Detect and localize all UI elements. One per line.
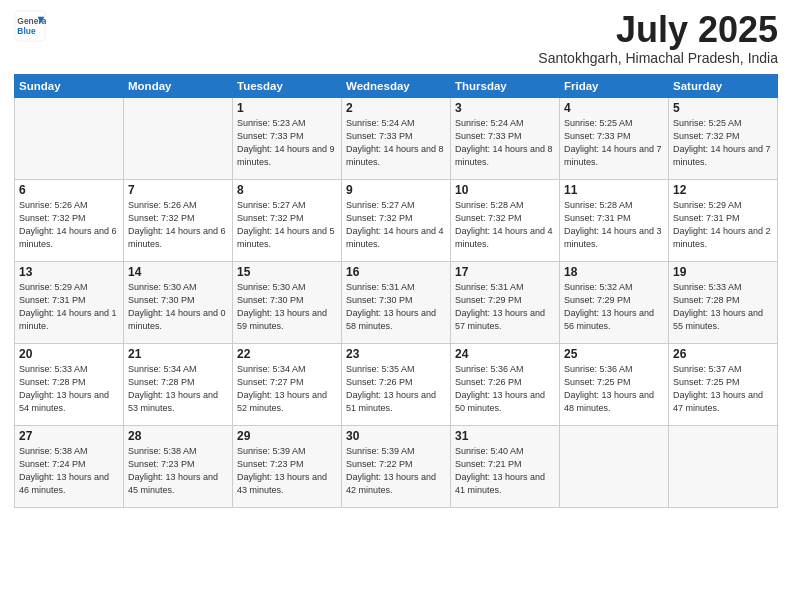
day-number: 10 — [455, 183, 555, 197]
day-info: Sunrise: 5:33 AM Sunset: 7:28 PM Dayligh… — [673, 281, 773, 333]
day-number: 11 — [564, 183, 664, 197]
weekday-header-tuesday: Tuesday — [233, 74, 342, 97]
day-info: Sunrise: 5:27 AM Sunset: 7:32 PM Dayligh… — [237, 199, 337, 251]
calendar-cell: 26Sunrise: 5:37 AM Sunset: 7:25 PM Dayli… — [669, 343, 778, 425]
title-block: July 2025 Santokhgarh, Himachal Pradesh,… — [538, 10, 778, 66]
day-info: Sunrise: 5:27 AM Sunset: 7:32 PM Dayligh… — [346, 199, 446, 251]
day-number: 25 — [564, 347, 664, 361]
day-number: 26 — [673, 347, 773, 361]
day-info: Sunrise: 5:25 AM Sunset: 7:33 PM Dayligh… — [564, 117, 664, 169]
calendar-cell: 6Sunrise: 5:26 AM Sunset: 7:32 PM Daylig… — [15, 179, 124, 261]
day-info: Sunrise: 5:37 AM Sunset: 7:25 PM Dayligh… — [673, 363, 773, 415]
calendar-cell: 24Sunrise: 5:36 AM Sunset: 7:26 PM Dayli… — [451, 343, 560, 425]
week-row-1: 1Sunrise: 5:23 AM Sunset: 7:33 PM Daylig… — [15, 97, 778, 179]
calendar-cell: 2Sunrise: 5:24 AM Sunset: 7:33 PM Daylig… — [342, 97, 451, 179]
calendar-cell: 8Sunrise: 5:27 AM Sunset: 7:32 PM Daylig… — [233, 179, 342, 261]
day-info: Sunrise: 5:39 AM Sunset: 7:22 PM Dayligh… — [346, 445, 446, 497]
day-number: 12 — [673, 183, 773, 197]
weekday-header-thursday: Thursday — [451, 74, 560, 97]
title-location: Santokhgarh, Himachal Pradesh, India — [538, 50, 778, 66]
page: General Blue July 2025 Santokhgarh, Hima… — [0, 0, 792, 612]
calendar-cell: 21Sunrise: 5:34 AM Sunset: 7:28 PM Dayli… — [124, 343, 233, 425]
day-number: 16 — [346, 265, 446, 279]
calendar-cell: 23Sunrise: 5:35 AM Sunset: 7:26 PM Dayli… — [342, 343, 451, 425]
calendar-cell — [669, 425, 778, 507]
calendar-cell: 9Sunrise: 5:27 AM Sunset: 7:32 PM Daylig… — [342, 179, 451, 261]
day-info: Sunrise: 5:35 AM Sunset: 7:26 PM Dayligh… — [346, 363, 446, 415]
calendar-cell: 11Sunrise: 5:28 AM Sunset: 7:31 PM Dayli… — [560, 179, 669, 261]
calendar-cell: 16Sunrise: 5:31 AM Sunset: 7:30 PM Dayli… — [342, 261, 451, 343]
calendar-cell: 10Sunrise: 5:28 AM Sunset: 7:32 PM Dayli… — [451, 179, 560, 261]
day-info: Sunrise: 5:31 AM Sunset: 7:29 PM Dayligh… — [455, 281, 555, 333]
day-number: 3 — [455, 101, 555, 115]
day-info: Sunrise: 5:30 AM Sunset: 7:30 PM Dayligh… — [237, 281, 337, 333]
day-info: Sunrise: 5:33 AM Sunset: 7:28 PM Dayligh… — [19, 363, 119, 415]
week-row-5: 27Sunrise: 5:38 AM Sunset: 7:24 PM Dayli… — [15, 425, 778, 507]
day-number: 22 — [237, 347, 337, 361]
day-number: 27 — [19, 429, 119, 443]
day-info: Sunrise: 5:24 AM Sunset: 7:33 PM Dayligh… — [346, 117, 446, 169]
week-row-2: 6Sunrise: 5:26 AM Sunset: 7:32 PM Daylig… — [15, 179, 778, 261]
day-info: Sunrise: 5:34 AM Sunset: 7:28 PM Dayligh… — [128, 363, 228, 415]
day-info: Sunrise: 5:24 AM Sunset: 7:33 PM Dayligh… — [455, 117, 555, 169]
calendar-table: SundayMondayTuesdayWednesdayThursdayFrid… — [14, 74, 778, 508]
day-number: 21 — [128, 347, 228, 361]
day-number: 15 — [237, 265, 337, 279]
svg-text:Blue: Blue — [17, 26, 36, 36]
day-number: 5 — [673, 101, 773, 115]
day-info: Sunrise: 5:25 AM Sunset: 7:32 PM Dayligh… — [673, 117, 773, 169]
calendar-cell: 22Sunrise: 5:34 AM Sunset: 7:27 PM Dayli… — [233, 343, 342, 425]
day-info: Sunrise: 5:36 AM Sunset: 7:26 PM Dayligh… — [455, 363, 555, 415]
day-info: Sunrise: 5:26 AM Sunset: 7:32 PM Dayligh… — [19, 199, 119, 251]
calendar-cell: 5Sunrise: 5:25 AM Sunset: 7:32 PM Daylig… — [669, 97, 778, 179]
header: General Blue July 2025 Santokhgarh, Hima… — [14, 10, 778, 66]
day-info: Sunrise: 5:28 AM Sunset: 7:31 PM Dayligh… — [564, 199, 664, 251]
day-number: 8 — [237, 183, 337, 197]
calendar-cell: 31Sunrise: 5:40 AM Sunset: 7:21 PM Dayli… — [451, 425, 560, 507]
day-number: 7 — [128, 183, 228, 197]
day-number: 30 — [346, 429, 446, 443]
calendar-cell: 17Sunrise: 5:31 AM Sunset: 7:29 PM Dayli… — [451, 261, 560, 343]
weekday-header-wednesday: Wednesday — [342, 74, 451, 97]
day-number: 6 — [19, 183, 119, 197]
day-number: 31 — [455, 429, 555, 443]
calendar-cell: 12Sunrise: 5:29 AM Sunset: 7:31 PM Dayli… — [669, 179, 778, 261]
calendar-cell: 1Sunrise: 5:23 AM Sunset: 7:33 PM Daylig… — [233, 97, 342, 179]
day-number: 14 — [128, 265, 228, 279]
day-number: 23 — [346, 347, 446, 361]
calendar-cell — [124, 97, 233, 179]
calendar-cell: 3Sunrise: 5:24 AM Sunset: 7:33 PM Daylig… — [451, 97, 560, 179]
calendar-cell: 27Sunrise: 5:38 AM Sunset: 7:24 PM Dayli… — [15, 425, 124, 507]
calendar-cell: 14Sunrise: 5:30 AM Sunset: 7:30 PM Dayli… — [124, 261, 233, 343]
day-info: Sunrise: 5:31 AM Sunset: 7:30 PM Dayligh… — [346, 281, 446, 333]
calendar-cell — [15, 97, 124, 179]
day-info: Sunrise: 5:29 AM Sunset: 7:31 PM Dayligh… — [19, 281, 119, 333]
calendar-cell: 7Sunrise: 5:26 AM Sunset: 7:32 PM Daylig… — [124, 179, 233, 261]
calendar-cell — [560, 425, 669, 507]
day-number: 19 — [673, 265, 773, 279]
calendar-cell: 29Sunrise: 5:39 AM Sunset: 7:23 PM Dayli… — [233, 425, 342, 507]
logo: General Blue — [14, 10, 50, 42]
weekday-header-row: SundayMondayTuesdayWednesdayThursdayFrid… — [15, 74, 778, 97]
day-info: Sunrise: 5:34 AM Sunset: 7:27 PM Dayligh… — [237, 363, 337, 415]
day-number: 18 — [564, 265, 664, 279]
day-number: 13 — [19, 265, 119, 279]
day-info: Sunrise: 5:30 AM Sunset: 7:30 PM Dayligh… — [128, 281, 228, 333]
calendar-cell: 18Sunrise: 5:32 AM Sunset: 7:29 PM Dayli… — [560, 261, 669, 343]
title-month: July 2025 — [538, 10, 778, 50]
calendar-cell: 15Sunrise: 5:30 AM Sunset: 7:30 PM Dayli… — [233, 261, 342, 343]
weekday-header-monday: Monday — [124, 74, 233, 97]
calendar-cell: 25Sunrise: 5:36 AM Sunset: 7:25 PM Dayli… — [560, 343, 669, 425]
calendar-cell: 4Sunrise: 5:25 AM Sunset: 7:33 PM Daylig… — [560, 97, 669, 179]
calendar-cell: 20Sunrise: 5:33 AM Sunset: 7:28 PM Dayli… — [15, 343, 124, 425]
day-number: 4 — [564, 101, 664, 115]
day-info: Sunrise: 5:32 AM Sunset: 7:29 PM Dayligh… — [564, 281, 664, 333]
day-info: Sunrise: 5:28 AM Sunset: 7:32 PM Dayligh… — [455, 199, 555, 251]
day-info: Sunrise: 5:23 AM Sunset: 7:33 PM Dayligh… — [237, 117, 337, 169]
day-number: 2 — [346, 101, 446, 115]
weekday-header-friday: Friday — [560, 74, 669, 97]
week-row-4: 20Sunrise: 5:33 AM Sunset: 7:28 PM Dayli… — [15, 343, 778, 425]
calendar-cell: 13Sunrise: 5:29 AM Sunset: 7:31 PM Dayli… — [15, 261, 124, 343]
calendar-cell: 30Sunrise: 5:39 AM Sunset: 7:22 PM Dayli… — [342, 425, 451, 507]
day-number: 24 — [455, 347, 555, 361]
